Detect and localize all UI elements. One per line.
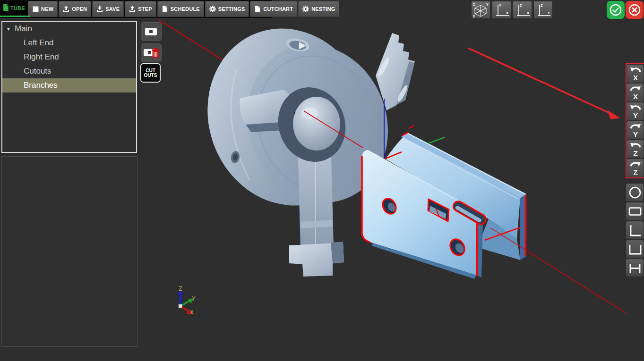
annotation-arrow: [468, 48, 620, 119]
main-toolbar: TUBE NEWOPENSAVESTEPSCHEDULESETTINGSCUTC…: [0, 0, 272, 18]
tree-item-main[interactable]: ▾ Main: [2, 22, 136, 36]
view-iso-button[interactable]: ZYX: [471, 1, 490, 19]
svg-text:X: X: [506, 11, 508, 15]
svg-text:Y: Y: [499, 3, 501, 8]
svg-text:Z: Z: [520, 3, 522, 8]
axes-view-icon: ZX: [514, 2, 531, 18]
angle-profile-icon: [627, 222, 644, 239]
detail-panel: [1, 156, 137, 347]
cutouts-button[interactable]: CUT OUTS: [140, 63, 161, 83]
profile-angle-button[interactable]: [626, 221, 644, 239]
toolbar-button-settings[interactable]: SETTINGS: [205, 1, 249, 17]
rotation-axis-label: X: [633, 74, 637, 81]
svg-text:X: X: [527, 11, 529, 15]
open-icon: [63, 6, 69, 12]
gear-icon: [209, 6, 216, 12]
cancel-button[interactable]: [626, 1, 644, 19]
iso-cube-icon: ZYX: [472, 2, 489, 18]
axes-view-icon: ZY: [534, 2, 552, 18]
profile-round-button[interactable]: [626, 184, 644, 201]
rotation-axis-label: Z: [633, 168, 637, 176]
rotate-cw-arrow-icon: Y: [629, 123, 642, 138]
toolbar-button-label: NESTING: [311, 6, 335, 12]
add-branch-button[interactable]: [141, 22, 162, 41]
view-orientation-toolbar: ZYXYXZXZY: [471, 1, 553, 19]
rotate-z-cw-button[interactable]: Z: [627, 159, 644, 177]
tree-item-branches[interactable]: Branches: [2, 78, 136, 92]
rotate-ccw-arrow-icon: Z: [629, 142, 642, 157]
toolbar-button-nesting[interactable]: NESTING: [298, 1, 339, 17]
profile-rectangular-button[interactable]: [626, 202, 644, 220]
svg-text:Y: Y: [548, 11, 550, 15]
delete-branch-button[interactable]: [141, 43, 162, 62]
tree-item-label: Branches: [24, 81, 58, 90]
ibeam-profile-icon: [627, 260, 644, 277]
tube-file-icon: [3, 4, 9, 13]
triad-x-label: X: [190, 309, 194, 316]
rotation-axis-label: Y: [633, 130, 637, 138]
toolbar-button-label: SETTINGS: [218, 6, 245, 12]
cutouts-button-label-line2: OUTS: [144, 73, 157, 78]
tree-item-label: Main: [15, 24, 32, 34]
toolbar-button-cutchart[interactable]: CUTCHART: [250, 1, 297, 17]
branch-delete-icon: [143, 46, 159, 59]
svg-text:Z: Z: [473, 3, 475, 6]
toolbar-button-open[interactable]: OPEN: [59, 1, 91, 17]
axes-view-icon: YX: [493, 2, 510, 18]
tree-item-label: Cutouts: [24, 67, 52, 76]
tube-tab-active-underline: [0, 16, 30, 17]
rotate-y-cw-button[interactable]: Y: [627, 121, 644, 139]
view-zx-button[interactable]: ZX: [513, 1, 532, 19]
triad-z-label: Z: [179, 285, 182, 293]
svg-text:Y: Y: [486, 3, 489, 6]
tree-item-right-end[interactable]: Right End: [2, 50, 136, 64]
svg-text:Z: Z: [541, 3, 543, 8]
channel-profile-icon: [627, 241, 644, 258]
tree-item-label: Left End: [24, 38, 53, 48]
rotate-y-ccw-button[interactable]: Y: [627, 102, 644, 120]
toolbar-button-label: SAVE: [105, 6, 120, 12]
rotate-x-cw-button[interactable]: X: [627, 84, 644, 101]
step-icon: [129, 6, 136, 12]
view-yx-button[interactable]: YX: [492, 1, 511, 19]
document-icon: [255, 6, 260, 12]
toolbar-button-schedule[interactable]: SCHEDULE: [157, 1, 204, 17]
toolbar-button-label: OPEN: [72, 6, 87, 12]
view-zy-button[interactable]: ZY: [533, 1, 553, 19]
check-circle-icon: [609, 3, 622, 17]
triad-y-label: Y: [192, 295, 196, 302]
tube-cam-app: { "app": { "name": "TUBE" }, "toolbar": …: [0, 0, 644, 361]
toolbar-button-new[interactable]: NEW: [28, 1, 58, 17]
toolbar-button-step[interactable]: STEP: [125, 1, 156, 17]
rotation-axis-label: Z: [633, 149, 637, 157]
rotate-z-ccw-button[interactable]: Z: [627, 140, 644, 158]
save-icon: [96, 6, 103, 12]
branch-icon: [144, 26, 158, 37]
rotate-cw-arrow-icon: Z: [629, 161, 642, 176]
rectangular-profile-icon: [627, 203, 644, 220]
toolbar-button-label: STEP: [138, 6, 152, 12]
confirm-button[interactable]: [607, 1, 625, 19]
tree-expand-caret-icon[interactable]: ▾: [7, 26, 15, 32]
toolbar-button-label: SCHEDULE: [171, 6, 200, 12]
feature-tree-panel: ▾ Main Left EndRight EndCutoutsBranches: [1, 21, 137, 153]
toolbar-button-save[interactable]: SAVE: [92, 1, 124, 17]
part-y-axis-line: [428, 137, 445, 143]
origin-triad: Z Y X: [178, 285, 196, 316]
toolbar-button-label: CUTCHART: [263, 6, 293, 12]
profile-shape-panel: [626, 184, 644, 277]
profile-channel-button[interactable]: [626, 240, 644, 258]
round-profile-icon: [627, 184, 644, 201]
rotation-panel-highlighted: XXYYZZ: [626, 63, 644, 178]
tube-app-tab[interactable]: TUBE: [1, 1, 27, 15]
svg-text:X: X: [473, 15, 475, 18]
rotate-ccw-arrow-icon: X: [629, 67, 642, 81]
rotate-cw-arrow-icon: X: [629, 85, 642, 100]
tree-item-left-end[interactable]: Left End: [2, 36, 136, 50]
rotate-x-ccw-button[interactable]: X: [627, 65, 644, 83]
profile-ibeam-button[interactable]: [626, 259, 644, 277]
part-model[interactable]: [362, 126, 526, 279]
document-icon: [162, 6, 168, 12]
tube-file-icon: [3, 4, 9, 11]
tree-item-cutouts[interactable]: Cutouts: [2, 64, 136, 78]
